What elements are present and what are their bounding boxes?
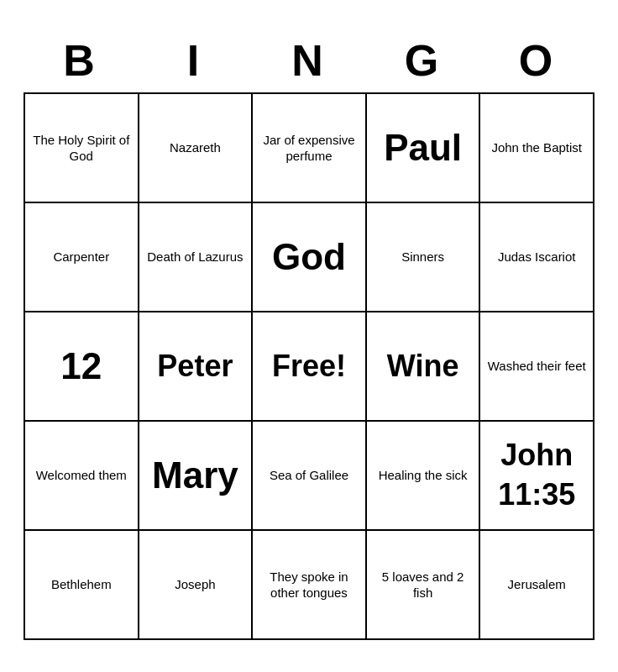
bingo-cell: Jar of expensive perfume <box>253 94 367 203</box>
cell-text: Free! <box>272 347 346 386</box>
cell-text: Bethlehem <box>51 576 112 593</box>
bingo-cell: 12 <box>25 312 139 422</box>
cell-text: Judas Iscariot <box>498 249 576 265</box>
bingo-header-letter: N <box>252 32 366 89</box>
bingo-cell: God <box>253 203 367 312</box>
cell-text: Death of Lazurus <box>147 249 243 265</box>
bingo-cell: John 11:35 <box>480 422 594 531</box>
cell-text: John the Baptist <box>491 139 582 156</box>
bingo-cell: John the Baptist <box>480 94 594 203</box>
cell-text: Jerusalem <box>508 576 566 593</box>
cell-text: Sea of Galilee <box>270 467 348 484</box>
bingo-cell: Washed their feet <box>480 312 594 422</box>
bingo-cell: Nazareth <box>139 94 254 203</box>
bingo-cell: Mary <box>139 422 254 531</box>
cell-text: Wine <box>387 347 459 386</box>
cell-text: Jar of expensive perfume <box>258 132 360 165</box>
bingo-header-letter: O <box>480 32 594 89</box>
cell-text: Paul <box>384 123 462 171</box>
cell-text: Joseph <box>175 576 215 593</box>
bingo-cell: Sea of Galilee <box>253 422 367 531</box>
bingo-header-letter: B <box>24 32 138 89</box>
bingo-cell: They spoke in other tongues <box>253 531 367 640</box>
bingo-cell: Judas Iscariot <box>480 203 594 312</box>
cell-text: The Holy Spirit of God <box>30 132 133 165</box>
bingo-header-letter: G <box>366 32 480 89</box>
cell-text: Peter <box>157 347 233 386</box>
bingo-cell: Paul <box>367 94 481 203</box>
bingo-cell: Welcomed them <box>25 422 139 531</box>
bingo-cell: Carpenter <box>25 203 139 312</box>
bingo-cell: Peter <box>139 312 254 422</box>
bingo-cell: Joseph <box>139 531 254 640</box>
bingo-header: BINGO <box>24 32 594 89</box>
cell-text: Welcomed them <box>36 467 127 484</box>
bingo-grid: The Holy Spirit of GodNazarethJar of exp… <box>24 92 594 640</box>
cell-text: John 11:35 <box>485 436 588 515</box>
cell-text: 5 loaves and 2 fish <box>372 569 474 601</box>
bingo-header-letter: I <box>138 32 252 89</box>
bingo-cell: 5 loaves and 2 fish <box>367 531 481 640</box>
cell-text: 12 <box>60 342 102 390</box>
cell-text: Sinners <box>401 249 444 265</box>
bingo-cell: Free! <box>253 312 367 422</box>
cell-text: Mary <box>152 451 238 499</box>
bingo-cell: Sinners <box>367 203 481 312</box>
bingo-cell: Wine <box>367 312 481 422</box>
cell-text: Washed their feet <box>488 358 586 375</box>
cell-text: Nazareth <box>170 139 221 156</box>
bingo-cell: Healing the sick <box>367 422 481 531</box>
bingo-card: BINGO The Holy Spirit of GodNazarethJar … <box>15 24 603 648</box>
bingo-cell: Bethlehem <box>25 531 139 640</box>
cell-text: Healing the sick <box>379 467 468 484</box>
cell-text: They spoke in other tongues <box>258 569 360 601</box>
cell-text: God <box>272 233 346 281</box>
bingo-cell: Jerusalem <box>480 531 594 640</box>
bingo-cell: The Holy Spirit of God <box>25 94 139 203</box>
bingo-cell: Death of Lazurus <box>139 203 254 312</box>
cell-text: Carpenter <box>53 249 109 265</box>
